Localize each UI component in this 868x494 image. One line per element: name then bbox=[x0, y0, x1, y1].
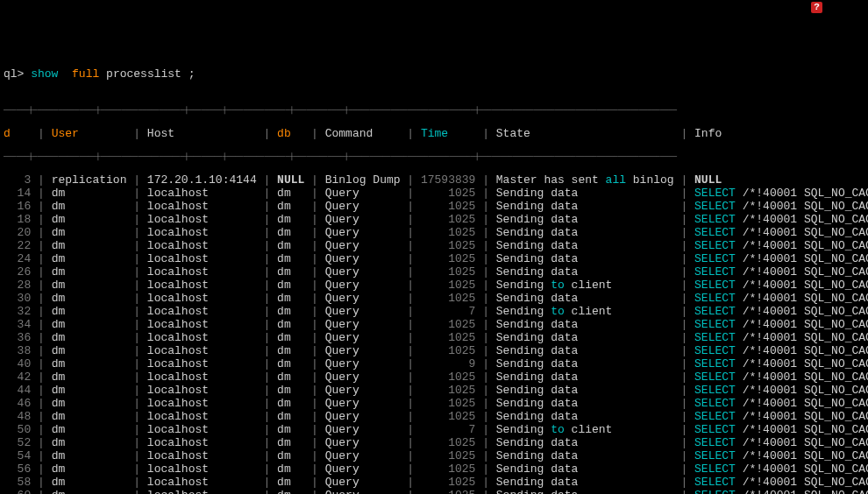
cell-info: SELECT /*!40001 SQL_NO_CACHE */ * FROM `… bbox=[694, 357, 868, 370]
cell-command: Query bbox=[325, 410, 408, 423]
cell-state: Sending data bbox=[496, 462, 681, 476]
cell-info: SELECT /*!40001 SQL_NO_CACHE */ * FROM `… bbox=[694, 344, 868, 357]
cell-state: Sending data bbox=[496, 187, 681, 200]
cell-user: dm bbox=[52, 462, 134, 476]
cell-command: Query bbox=[325, 397, 408, 410]
table-row: 16 | dm | localhost | dm | Query | 1025 … bbox=[4, 200, 864, 213]
cell-command: Query bbox=[325, 226, 408, 239]
cell-db: dm bbox=[277, 410, 311, 423]
cell-user: dm bbox=[52, 187, 134, 200]
cell-state: Sending data bbox=[496, 344, 681, 357]
cmd-show: show bbox=[31, 67, 58, 81]
table-row: 52 | dm | localhost | dm | Query | 1025 … bbox=[4, 436, 864, 449]
cell-info: SELECT /*!40001 SQL_NO_CACHE */ * FROM `… bbox=[694, 423, 868, 436]
cell-db: dm bbox=[277, 292, 311, 305]
cell-db: dm bbox=[277, 423, 311, 436]
cell-command: Query bbox=[325, 200, 408, 213]
cell-user: dm bbox=[52, 305, 134, 318]
cell-db: dm bbox=[277, 449, 311, 462]
cell-time: 1025 bbox=[421, 410, 482, 423]
col-time: Time bbox=[421, 127, 482, 140]
cell-command: Query bbox=[325, 239, 408, 252]
cell-host: localhost bbox=[147, 410, 264, 423]
cell-state: Sending to client bbox=[496, 305, 681, 318]
table-row: 3 | replication | 172.20.1.10:4144 | NUL… bbox=[4, 173, 864, 187]
cell-state: Sending data bbox=[496, 226, 681, 239]
cell-user: dm bbox=[52, 213, 134, 226]
table-row: 48 | dm | localhost | dm | Query | 1025 … bbox=[4, 410, 864, 423]
cell-state: Sending data bbox=[496, 476, 681, 489]
cell-info: SELECT /*!40001 SQL_NO_CACHE */ * FROM `… bbox=[694, 265, 868, 279]
cell-info: SELECT /*!40001 SQL_NO_CACHE */ * FROM `… bbox=[694, 252, 868, 265]
cell-user: dm bbox=[52, 410, 134, 423]
cell-id: 18 bbox=[4, 213, 38, 226]
help-icon[interactable]: ? bbox=[811, 2, 822, 13]
cell-info: SELECT /*!40001 SQL_NO_CACHE */ * FROM `… bbox=[694, 449, 868, 462]
cell-command: Query bbox=[325, 265, 408, 279]
cell-time: 1025 bbox=[421, 384, 482, 397]
cell-db: dm bbox=[277, 476, 311, 489]
cell-id: 20 bbox=[4, 226, 38, 239]
cell-id: 24 bbox=[4, 252, 38, 265]
cell-state: Sending data bbox=[496, 292, 681, 305]
cell-user: dm bbox=[52, 265, 134, 279]
cell-host: localhost bbox=[147, 449, 264, 462]
cell-command: Query bbox=[325, 305, 408, 318]
col-user: User bbox=[52, 127, 134, 140]
cell-db: dm bbox=[277, 462, 311, 476]
cell-host: localhost bbox=[147, 292, 264, 305]
cell-time: 9 bbox=[421, 357, 482, 370]
cell-command: Query bbox=[325, 279, 408, 292]
cmd-proc: processlist ; bbox=[106, 67, 195, 81]
table-row: 24 | dm | localhost | dm | Query | 1025 … bbox=[4, 252, 864, 265]
cell-host: localhost bbox=[147, 187, 264, 200]
cell-host: localhost bbox=[147, 265, 264, 279]
cell-id: 54 bbox=[4, 449, 38, 462]
prompt-line[interactable]: ql> show full processlist ; bbox=[4, 67, 864, 81]
cell-user: dm bbox=[52, 344, 134, 357]
cell-command: Query bbox=[325, 344, 408, 357]
cell-info: SELECT /*!40001 SQL_NO_CACHE */ * FROM `… bbox=[694, 436, 868, 449]
cell-db: NULL bbox=[277, 173, 311, 187]
prompt-prefix: ql> bbox=[4, 67, 24, 81]
cell-command: Query bbox=[325, 252, 408, 265]
cell-user: dm bbox=[52, 370, 134, 384]
cell-info: SELECT /*!40001 SQL_NO_CACHE */ * FROM `… bbox=[694, 331, 868, 344]
table-row: 22 | dm | localhost | dm | Query | 1025 … bbox=[4, 239, 864, 252]
cell-time: 1025 bbox=[421, 187, 482, 200]
table-row: 32 | dm | localhost | dm | Query | 7 | S… bbox=[4, 305, 864, 318]
cell-host: localhost bbox=[147, 423, 264, 436]
cell-state: Sending data bbox=[496, 252, 681, 265]
cell-host: localhost bbox=[147, 279, 264, 292]
cell-host: localhost bbox=[147, 305, 264, 318]
table-row: 40 | dm | localhost | dm | Query | 9 | S… bbox=[4, 357, 864, 370]
terminal-output: ql> show full processlist ; ? ──────┼───… bbox=[0, 53, 868, 494]
cell-info: SELECT /*!40001 SQL_NO_CACHE */ * FROM `… bbox=[694, 462, 868, 476]
table-row: 50 | dm | localhost | dm | Query | 7 | S… bbox=[4, 423, 864, 436]
cell-time: 1025 bbox=[421, 292, 482, 305]
table-row: 36 | dm | localhost | dm | Query | 1025 … bbox=[4, 331, 864, 344]
cell-state: Sending data bbox=[496, 384, 681, 397]
cell-id: 42 bbox=[4, 370, 38, 384]
cell-user: dm bbox=[52, 279, 134, 292]
cell-id: 30 bbox=[4, 292, 38, 305]
table-row: 44 | dm | localhost | dm | Query | 1025 … bbox=[4, 384, 864, 397]
cell-time: 1025 bbox=[421, 200, 482, 213]
cell-state: Sending data bbox=[496, 436, 681, 449]
cmd-full: full bbox=[72, 67, 99, 81]
cell-command: Query bbox=[325, 292, 408, 305]
cell-info: SELECT /*!40001 SQL_NO_CACHE */ * FROM `… bbox=[694, 489, 868, 494]
cell-user: dm bbox=[52, 423, 134, 436]
cell-info: SELECT /*!40001 SQL_NO_CACHE */ * FROM `… bbox=[694, 305, 868, 318]
cell-time: 1025 bbox=[421, 239, 482, 252]
table-row: 56 | dm | localhost | dm | Query | 1025 … bbox=[4, 462, 864, 476]
cell-time: 1025 bbox=[421, 397, 482, 410]
cell-command: Query bbox=[325, 213, 408, 226]
cell-id: 52 bbox=[4, 436, 38, 449]
cell-info: SELECT /*!40001 SQL_NO_CACHE */ * FROM `… bbox=[694, 200, 868, 213]
cell-id: 22 bbox=[4, 239, 38, 252]
cell-time: 17593839 bbox=[421, 173, 482, 187]
cell-state: Sending to client bbox=[496, 423, 681, 436]
cell-time: 1025 bbox=[421, 476, 482, 489]
cell-id: 60 bbox=[4, 489, 38, 494]
